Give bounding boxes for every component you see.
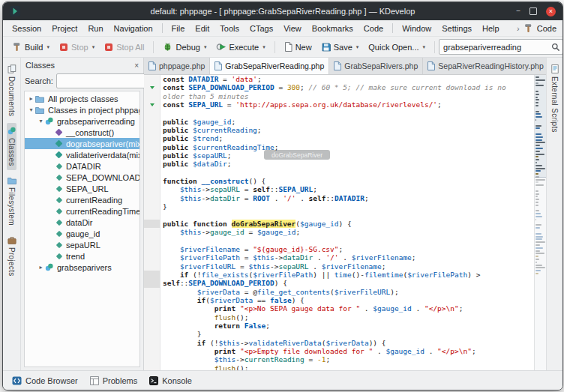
save-button[interactable]: Save▾ bbox=[317, 40, 364, 54]
close-button[interactable]: × bbox=[546, 7, 556, 16]
dock-tab-projects[interactable]: Projects bbox=[7, 232, 17, 280]
stop-all-button[interactable]: Stop All bbox=[100, 40, 148, 54]
tree-item[interactable]: ▾Classes in project phppage bbox=[25, 104, 140, 115]
classes-tree: ▸All projects classes▾Classes in project… bbox=[24, 91, 140, 367]
menu-tools[interactable]: Tools bbox=[214, 22, 244, 35]
tree-item[interactable]: sepaURL bbox=[25, 239, 140, 250]
search-input[interactable] bbox=[442, 42, 551, 52]
tree-item[interactable]: currentReading bbox=[25, 194, 140, 205]
build-button[interactable]: Build▾ bbox=[8, 40, 54, 54]
code-line: $this->gauge_id = $gauge_id; bbox=[144, 228, 535, 236]
fold-arrow-icon[interactable] bbox=[150, 103, 154, 106]
minimap-scrollbar[interactable] bbox=[534, 75, 546, 370]
menu-window[interactable]: Window bbox=[397, 22, 436, 35]
code-tooltip: doGrabSepaRiver bbox=[264, 150, 330, 160]
new-button[interactable]: New bbox=[280, 40, 316, 54]
minimize-button[interactable]: − bbox=[516, 7, 520, 15]
dock-tab-label: Classes bbox=[8, 138, 16, 166]
tab-grabseparivers-php[interactable]: GrabSepaRivers.php bbox=[329, 58, 423, 74]
titlebar[interactable]: default: phppage - [ phppage:GrabSepaRiv… bbox=[3, 2, 562, 20]
menu-view[interactable]: View bbox=[278, 22, 307, 35]
menubar-corner[interactable]: › Code bbox=[517, 23, 559, 33]
code-browser-button[interactable]: Code Browser bbox=[12, 376, 78, 385]
dock-tab-label: Projects bbox=[8, 247, 16, 277]
dock-tab-documents[interactable]: Documents bbox=[7, 61, 17, 120]
tree-item[interactable]: currentReadingTime bbox=[25, 205, 140, 217]
dock-tab-label: External Scripts bbox=[550, 76, 559, 133]
code-line: public $trend; bbox=[144, 134, 535, 142]
gutter-cell bbox=[144, 296, 160, 304]
debug-button[interactable]: Debug▾ bbox=[158, 40, 211, 54]
field-icon bbox=[56, 174, 62, 180]
tree-item[interactable]: gauge_id bbox=[25, 228, 140, 239]
expander-down-icon[interactable]: ▾ bbox=[27, 106, 35, 113]
menu-session[interactable]: Session bbox=[7, 22, 46, 35]
dock-tab-filesystem[interactable]: Filesystem bbox=[7, 173, 17, 229]
minimap-viewport[interactable] bbox=[535, 75, 546, 178]
code-line bbox=[144, 237, 535, 245]
file-icon bbox=[334, 61, 341, 70]
tab-grabsepariverreading-php[interactable]: GrabSepaRiverReading.php bbox=[210, 58, 329, 74]
gutter-cell bbox=[144, 313, 160, 322]
tree-item[interactable]: trend bbox=[25, 250, 140, 262]
tree-item[interactable]: SEPA_URL bbox=[25, 183, 140, 194]
gutter-cell bbox=[144, 100, 160, 109]
tree-item-label: dograbsepariver(mixed) bbox=[66, 139, 140, 148]
menu-settings[interactable]: Settings bbox=[436, 22, 477, 35]
tree-item[interactable]: ▸All projects classes bbox=[25, 93, 140, 104]
code-editor[interactable]: const DATADIR = 'data';const SEPA_DOWNLO… bbox=[144, 75, 535, 370]
expander-right-icon[interactable]: ▸ bbox=[27, 95, 35, 102]
tree-item[interactable]: dograbsepariver(mixed) bbox=[25, 138, 140, 149]
gutter-cell bbox=[144, 118, 160, 126]
tree-item[interactable]: validateriverdata(mixed) bbox=[25, 149, 140, 160]
left-dock-tabs: DocumentsClassesFilesystemProjects bbox=[3, 58, 21, 370]
problems-button[interactable]: Problems bbox=[90, 376, 137, 385]
menu-code[interactable]: Code bbox=[358, 22, 388, 35]
menu-ctags[interactable]: CTags bbox=[244, 22, 278, 35]
expander-down-icon[interactable]: ▾ bbox=[37, 118, 45, 124]
code-line: print "<p>Empty file downloaded for " . … bbox=[144, 347, 535, 355]
gutter-cell bbox=[144, 364, 160, 370]
tree-item[interactable]: __construct() bbox=[25, 127, 140, 138]
expander-right-icon[interactable]: ▸ bbox=[37, 264, 45, 271]
tree-item[interactable]: dataDir bbox=[25, 217, 140, 228]
menu-bookmarks[interactable]: Bookmarks bbox=[307, 22, 358, 35]
overflow-chevron-icon: › bbox=[517, 24, 520, 33]
window-title: default: phppage - [ phppage:GrabSepaRiv… bbox=[3, 7, 562, 16]
code-line: public $sepaURL; bbox=[144, 151, 535, 160]
dock-tab-external-scripts[interactable]: External Scripts bbox=[550, 61, 560, 136]
menu-run[interactable]: Run bbox=[82, 22, 108, 35]
menu-navigation[interactable]: Navigation bbox=[109, 22, 158, 35]
button-label: Stop All bbox=[116, 43, 144, 52]
stop-button[interactable]: Stop▾ bbox=[55, 40, 99, 54]
code-line: $this->dataDir = ROOT . '/' . self::DATA… bbox=[144, 194, 535, 202]
dock-tab-classes[interactable]: Classes bbox=[7, 123, 16, 170]
menu-help[interactable]: Help bbox=[477, 22, 505, 35]
tab-separiverreadinghistory-php[interactable]: SepaRiverReadingHistory.php bbox=[423, 58, 548, 74]
menu-project[interactable]: Project bbox=[46, 22, 82, 35]
fold-arrow-icon[interactable] bbox=[150, 86, 154, 89]
konsole-button[interactable]: Konsole bbox=[149, 376, 192, 385]
script-icon bbox=[550, 64, 560, 73]
execute-button[interactable]: Execute▾ bbox=[212, 40, 269, 54]
constructor-icon bbox=[56, 129, 63, 136]
panel-close-icon[interactable]: × bbox=[134, 61, 139, 70]
button-label: New bbox=[296, 43, 312, 52]
tree-item[interactable]: DATADIR bbox=[25, 160, 140, 172]
toolbar-separator bbox=[274, 41, 275, 53]
tab-label: GrabSepaRiverReading.php bbox=[225, 61, 324, 70]
tree-item[interactable]: SEPA_DOWNLOAD_PERIOD bbox=[25, 172, 140, 183]
toolbar: Build▾Stop▾Stop AllDebug▾Execute▾NewSave… bbox=[3, 37, 562, 58]
tree-item[interactable]: ▾grabsepariverreading bbox=[25, 115, 140, 127]
debug-icon bbox=[163, 42, 172, 52]
search-label: Search: bbox=[25, 76, 53, 85]
tree-item[interactable]: ▸grabseparivers bbox=[25, 262, 140, 273]
menu-edit[interactable]: Edit bbox=[190, 22, 214, 35]
quick-open-button[interactable]: Quick Open...▾ bbox=[364, 40, 430, 54]
maximize-button[interactable] bbox=[530, 7, 537, 15]
menu-file[interactable]: File bbox=[166, 22, 190, 35]
konsole-icon bbox=[149, 376, 158, 385]
tab-phppage-php[interactable]: phppage.php bbox=[144, 58, 210, 74]
gutter-cell bbox=[144, 322, 160, 330]
tab-label: GrabSepaRivers.php bbox=[344, 61, 418, 70]
